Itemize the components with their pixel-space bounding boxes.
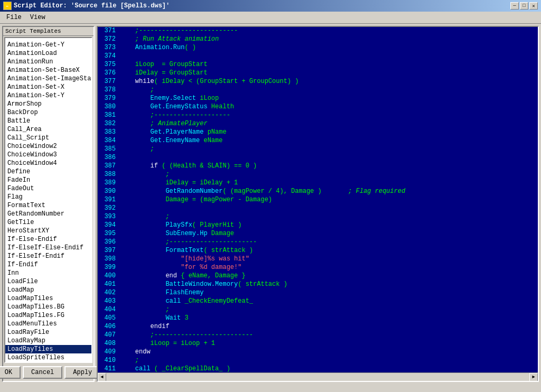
line-number: 402 <box>98 289 118 297</box>
apply-button[interactable]: Apply <box>64 366 100 379</box>
line-number: 373 <box>98 44 118 52</box>
line-code: endw <box>118 348 538 357</box>
line-code: iLoop = iLoop + 1 <box>118 340 538 348</box>
line-code: iLoop = GroupStart <box>118 61 538 69</box>
list-item[interactable]: GetRandomNumber <box>5 210 91 218</box>
list-item[interactable]: Battle <box>5 117 91 125</box>
line-code: GetRandomNumber( (magPower / 4), Damage … <box>118 188 538 196</box>
scroll-right-button[interactable]: ► <box>529 373 538 381</box>
scroll-left-button[interactable]: ◄ <box>98 373 106 381</box>
line-code: ; <box>118 171 538 179</box>
list-item[interactable]: Animation-Set-ImageStart <box>5 74 91 83</box>
ok-button[interactable]: OK <box>0 366 21 379</box>
list-item[interactable]: LoadMapTiles <box>5 294 91 303</box>
list-item[interactable]: LoadRayTiles <box>5 345 91 353</box>
list-item[interactable]: If-Endif <box>5 260 91 269</box>
line-code: Damage = (magPower - Damage) <box>118 196 538 204</box>
list-item[interactable]: GetTile <box>5 218 91 227</box>
line-code: FormatText( strAttack ) <box>118 247 538 255</box>
line-code: ;-------------------- <box>118 111 538 120</box>
code-line: 384 Get.EnemyName eName <box>98 137 538 145</box>
template-list-scroll[interactable]: AnimationAssignAnimationFreeAnimationFre… <box>5 38 91 362</box>
code-line: 375 iLoop = GroupStart <box>98 61 538 69</box>
code-scroll-area[interactable]: 371 ;--------------------------372 ; Run… <box>98 27 538 372</box>
line-number: 409 <box>98 348 118 357</box>
line-number: 381 <box>98 111 118 120</box>
menu-view[interactable]: View <box>26 13 50 22</box>
list-item[interactable]: LoadFile <box>5 277 91 286</box>
list-item[interactable]: LoadMapTiles.BG <box>5 303 91 311</box>
code-line: 388 ; <box>98 171 538 179</box>
list-item[interactable]: LoadMapTiles.FG <box>5 311 91 320</box>
line-code: Get.EnemyStatus Health <box>118 103 538 111</box>
line-code: Enemy.Select iLoop <box>118 95 538 103</box>
list-item[interactable]: LoadRayFile <box>5 328 91 337</box>
list-item[interactable]: Define <box>5 167 91 176</box>
code-line: 383 Get.PlayerName pName <box>98 128 538 137</box>
line-code: while( iDelay < (GroupStart + GroupCount… <box>118 78 538 86</box>
list-item[interactable]: AnimationRun <box>5 58 91 66</box>
list-item[interactable]: LoadSpriteTiles <box>5 353 91 362</box>
line-number: 393 <box>98 213 118 221</box>
list-item[interactable]: ArmorShop <box>5 100 91 108</box>
line-number: 403 <box>98 297 118 306</box>
code-line: 398 "[hide]%s was hit" <box>98 255 538 264</box>
line-number: 371 <box>98 27 118 35</box>
list-item[interactable]: ChoiceWindow4 <box>5 159 91 167</box>
list-item[interactable]: If-Else-Endif <box>5 235 91 244</box>
line-number: 411 <box>98 365 118 372</box>
code-line: 390 GetRandomNumber( (magPower / 4), Dam… <box>98 188 538 196</box>
line-code: ; AnimatePlayer <box>118 120 538 128</box>
line-number: 389 <box>98 179 118 188</box>
list-item[interactable]: HeroStartXY <box>5 227 91 235</box>
line-code <box>118 204 538 213</box>
list-item[interactable]: Inn <box>5 269 91 277</box>
code-line: 382 ; AnimatePlayer <box>98 120 538 128</box>
line-number: 376 <box>98 69 118 78</box>
list-item[interactable]: Animation-Set-BaseX <box>5 66 91 74</box>
list-item[interactable]: Animation-Set-Y <box>5 91 91 100</box>
list-item[interactable]: FadeIn <box>5 176 91 184</box>
list-item[interactable]: BackDrop <box>5 108 91 117</box>
list-item[interactable]: FadeOut <box>5 184 91 193</box>
list-item[interactable]: LoadMap <box>5 286 91 294</box>
list-item[interactable]: Animation-Set-X <box>5 83 91 91</box>
list-item[interactable]: If-ElseIf-Else-Endif <box>5 244 91 252</box>
minimize-button[interactable]: ─ <box>510 2 519 10</box>
line-code: ; <box>118 306 538 314</box>
horizontal-scrollbar[interactable]: ◄ ► <box>98 372 538 381</box>
line-code: BattleWindow.Memory( strAttack ) <box>118 281 538 289</box>
title-bar: ✏ Script Editor: 'Source file [Spells.dw… <box>0 0 541 12</box>
maximize-button[interactable]: □ <box>520 2 528 10</box>
title-bar-buttons: ─ □ ✕ <box>510 2 538 10</box>
list-item[interactable]: Animation-Get-Y <box>5 41 91 49</box>
list-item[interactable]: If-ElseIf-Endif <box>5 252 91 260</box>
list-item[interactable]: ChoiceWindow2 <box>5 142 91 151</box>
code-line: 402 FlashEnemy <box>98 289 538 297</box>
list-item[interactable]: LoadMenuTiles <box>5 320 91 328</box>
code-line: 374 <box>98 52 538 61</box>
line-code: ;-------------------------- <box>118 27 538 35</box>
line-number: 383 <box>98 128 118 137</box>
line-number: 375 <box>98 61 118 69</box>
app-icon: ✏ <box>3 2 12 10</box>
code-line: 410 ; <box>98 357 538 365</box>
line-number: 386 <box>98 154 118 162</box>
cancel-button[interactable]: Cancel <box>23 366 62 379</box>
list-item[interactable]: Call_Area <box>5 125 91 134</box>
line-number: 396 <box>98 238 118 247</box>
list-item[interactable]: Call_Script <box>5 134 91 142</box>
menu-file[interactable]: File <box>2 13 26 22</box>
code-line: 406 endif <box>98 323 538 331</box>
list-item[interactable]: ChoiceWindow3 <box>5 151 91 159</box>
list-item[interactable]: Flag <box>5 193 91 201</box>
list-item[interactable]: LoadRayMap <box>5 337 91 345</box>
list-item[interactable]: FormatText <box>5 201 91 210</box>
line-code: "for %d damage!" <box>118 264 538 272</box>
line-number: 392 <box>98 204 118 213</box>
list-item[interactable]: AnimationLoad <box>5 49 91 58</box>
line-code: Animation.Run( ) <box>118 44 538 52</box>
line-number: 379 <box>98 95 118 103</box>
close-button[interactable]: ✕ <box>529 2 538 10</box>
horizontal-scroll-track[interactable] <box>106 373 529 381</box>
